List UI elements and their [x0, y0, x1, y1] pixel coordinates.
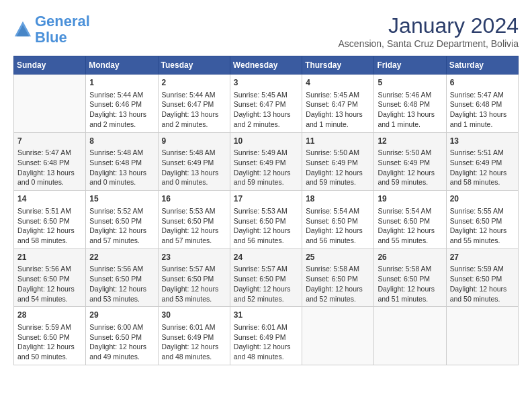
day-content: Sunrise: 5:51 AMSunset: 6:49 PMDaylight:… [450, 148, 515, 187]
day-cell: 1Sunrise: 5:44 AMSunset: 6:46 PMDaylight… [86, 75, 158, 133]
day-cell: 6Sunrise: 5:47 AMSunset: 6:48 PMDaylight… [446, 75, 518, 133]
day-number: 30 [162, 310, 226, 321]
day-content: Sunrise: 5:55 AMSunset: 6:50 PMDaylight:… [450, 206, 515, 246]
day-content: Sunrise: 5:44 AMSunset: 6:47 PMDaylight:… [162, 90, 226, 130]
day-content: Sunrise: 5:46 AMSunset: 6:48 PMDaylight:… [378, 90, 442, 130]
header-row: SundayMondayTuesdayWednesdayThursdayFrid… [14, 56, 519, 75]
day-number: 29 [89, 310, 154, 321]
day-number: 24 [234, 252, 298, 263]
day-cell: 14Sunrise: 5:51 AMSunset: 6:50 PMDayligh… [14, 191, 86, 249]
day-content: Sunrise: 5:54 AMSunset: 6:50 PMDaylight:… [306, 206, 370, 246]
location-subtitle: Ascension, Santa Cruz Department, Bolivi… [339, 38, 519, 49]
day-cell: 20Sunrise: 5:55 AMSunset: 6:50 PMDayligh… [446, 191, 518, 249]
day-number: 20 [450, 193, 515, 205]
day-content: Sunrise: 5:56 AMSunset: 6:50 PMDaylight:… [17, 264, 82, 304]
calendar-body: 1Sunrise: 5:44 AMSunset: 6:46 PMDaylight… [14, 75, 519, 365]
title-area: January 2024 Ascension, Santa Cruz Depar… [339, 13, 519, 49]
day-number: 10 [234, 136, 298, 147]
day-cell [302, 307, 374, 365]
header-day-monday: Monday [86, 56, 158, 75]
day-content: Sunrise: 5:50 AMSunset: 6:49 PMDaylight:… [306, 148, 370, 187]
day-number: 9 [162, 136, 226, 147]
day-cell: 30Sunrise: 6:01 AMSunset: 6:49 PMDayligh… [158, 307, 230, 365]
day-content: Sunrise: 5:44 AMSunset: 6:46 PMDaylight:… [89, 90, 154, 130]
header-day-tuesday: Tuesday [158, 56, 230, 75]
day-number: 14 [17, 193, 82, 205]
day-cell: 9Sunrise: 5:48 AMSunset: 6:49 PMDaylight… [158, 132, 230, 191]
day-cell: 12Sunrise: 5:50 AMSunset: 6:49 PMDayligh… [374, 132, 446, 191]
day-cell: 28Sunrise: 5:59 AMSunset: 6:50 PMDayligh… [14, 307, 86, 365]
day-number: 13 [450, 136, 515, 147]
day-number: 26 [378, 252, 442, 263]
day-content: Sunrise: 5:59 AMSunset: 6:50 PMDaylight:… [450, 264, 515, 304]
week-row-2: 7Sunrise: 5:47 AMSunset: 6:48 PMDaylight… [14, 132, 519, 191]
header-day-saturday: Saturday [446, 56, 518, 75]
day-number: 28 [17, 310, 82, 321]
day-number: 18 [306, 193, 370, 205]
day-number: 19 [378, 193, 442, 205]
day-number: 17 [234, 193, 298, 205]
day-cell: 10Sunrise: 5:49 AMSunset: 6:49 PMDayligh… [230, 132, 302, 191]
day-number: 4 [306, 77, 370, 89]
logo-text: General Blue [35, 13, 90, 46]
day-cell: 11Sunrise: 5:50 AMSunset: 6:49 PMDayligh… [302, 132, 374, 191]
day-cell: 17Sunrise: 5:53 AMSunset: 6:50 PMDayligh… [230, 191, 302, 249]
day-cell: 13Sunrise: 5:51 AMSunset: 6:49 PMDayligh… [446, 132, 518, 191]
day-content: Sunrise: 5:57 AMSunset: 6:50 PMDaylight:… [234, 264, 298, 304]
day-number: 2 [162, 77, 226, 89]
day-number: 23 [162, 252, 226, 263]
week-row-1: 1Sunrise: 5:44 AMSunset: 6:46 PMDaylight… [14, 75, 519, 133]
day-number: 21 [17, 252, 82, 263]
day-number: 8 [89, 136, 154, 147]
day-cell: 18Sunrise: 5:54 AMSunset: 6:50 PMDayligh… [302, 191, 374, 249]
day-cell: 29Sunrise: 6:00 AMSunset: 6:50 PMDayligh… [86, 307, 158, 365]
week-row-4: 21Sunrise: 5:56 AMSunset: 6:50 PMDayligh… [14, 248, 519, 307]
header-day-wednesday: Wednesday [230, 56, 302, 75]
day-number: 11 [306, 136, 370, 147]
header-day-sunday: Sunday [14, 56, 86, 75]
day-number: 25 [306, 252, 370, 263]
day-number: 15 [89, 193, 154, 205]
day-cell: 5Sunrise: 5:46 AMSunset: 6:48 PMDaylight… [374, 75, 446, 133]
month-title: January 2024 [339, 13, 519, 38]
day-number: 27 [450, 252, 515, 263]
day-number: 5 [378, 77, 442, 89]
day-number: 12 [378, 136, 442, 147]
header-day-thursday: Thursday [302, 56, 374, 75]
day-cell: 19Sunrise: 5:54 AMSunset: 6:50 PMDayligh… [374, 191, 446, 249]
day-cell: 23Sunrise: 5:57 AMSunset: 6:50 PMDayligh… [158, 248, 230, 307]
day-content: Sunrise: 5:50 AMSunset: 6:49 PMDaylight:… [378, 148, 442, 187]
day-cell: 7Sunrise: 5:47 AMSunset: 6:48 PMDaylight… [14, 132, 86, 191]
day-content: Sunrise: 6:01 AMSunset: 6:49 PMDaylight:… [234, 322, 298, 362]
day-cell: 25Sunrise: 5:58 AMSunset: 6:50 PMDayligh… [302, 248, 374, 307]
calendar-header: SundayMondayTuesdayWednesdayThursdayFrid… [14, 56, 519, 75]
calendar-table: SundayMondayTuesdayWednesdayThursdayFrid… [13, 56, 519, 365]
day-cell: 8Sunrise: 5:48 AMSunset: 6:48 PMDaylight… [86, 132, 158, 191]
day-number: 31 [234, 310, 298, 321]
day-content: Sunrise: 5:58 AMSunset: 6:50 PMDaylight:… [306, 264, 370, 304]
day-content: Sunrise: 6:01 AMSunset: 6:49 PMDaylight:… [162, 322, 226, 362]
day-cell: 3Sunrise: 5:45 AMSunset: 6:47 PMDaylight… [230, 75, 302, 133]
day-number: 7 [17, 136, 82, 147]
day-content: Sunrise: 5:57 AMSunset: 6:50 PMDaylight:… [162, 264, 226, 304]
day-content: Sunrise: 5:45 AMSunset: 6:47 PMDaylight:… [306, 90, 370, 130]
day-cell: 21Sunrise: 5:56 AMSunset: 6:50 PMDayligh… [14, 248, 86, 307]
day-content: Sunrise: 5:48 AMSunset: 6:48 PMDaylight:… [89, 148, 154, 187]
day-content: Sunrise: 5:54 AMSunset: 6:50 PMDaylight:… [378, 206, 442, 246]
day-content: Sunrise: 5:58 AMSunset: 6:50 PMDaylight:… [378, 264, 442, 304]
logo: General Blue [13, 13, 90, 46]
day-content: Sunrise: 5:56 AMSunset: 6:50 PMDaylight:… [89, 264, 154, 304]
day-cell: 2Sunrise: 5:44 AMSunset: 6:47 PMDaylight… [158, 75, 230, 133]
day-number: 6 [450, 77, 515, 89]
day-content: Sunrise: 5:51 AMSunset: 6:50 PMDaylight:… [17, 206, 82, 246]
day-cell: 27Sunrise: 5:59 AMSunset: 6:50 PMDayligh… [446, 248, 518, 307]
day-cell: 15Sunrise: 5:52 AMSunset: 6:50 PMDayligh… [86, 191, 158, 249]
day-content: Sunrise: 5:52 AMSunset: 6:50 PMDaylight:… [89, 206, 154, 246]
day-content: Sunrise: 5:53 AMSunset: 6:50 PMDaylight:… [234, 206, 298, 246]
day-number: 1 [89, 77, 154, 89]
page-header: General Blue January 2024 Ascension, San… [13, 13, 519, 49]
day-number: 22 [89, 252, 154, 263]
day-content: Sunrise: 5:49 AMSunset: 6:49 PMDaylight:… [234, 148, 298, 187]
day-cell: 26Sunrise: 5:58 AMSunset: 6:50 PMDayligh… [374, 248, 446, 307]
day-cell [446, 307, 518, 365]
